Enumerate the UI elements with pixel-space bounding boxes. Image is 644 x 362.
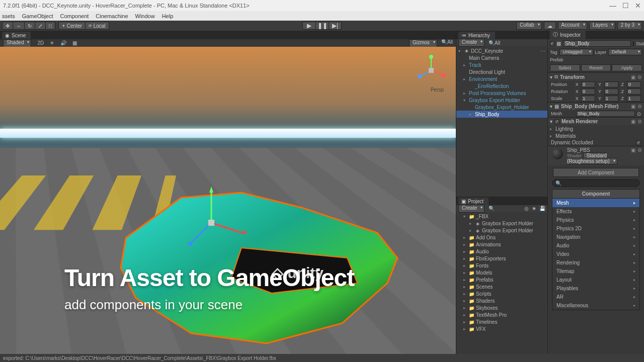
window-close-icon[interactable]: ✕ — [635, 2, 641, 10]
add-component-item[interactable]: Layout▸ — [552, 276, 639, 284]
add-component-item[interactable]: Physics▸ — [552, 216, 639, 224]
scene-search[interactable]: 🔍All — [441, 39, 453, 47]
prefab-apply-button[interactable]: Apply — [612, 64, 642, 71]
rot-z[interactable] — [627, 88, 641, 95]
add-component-item[interactable]: Audio▸ — [552, 241, 639, 250]
add-component-item[interactable]: Mesh▸ — [552, 199, 639, 207]
inspector-tab[interactable]: ⓘInspector — [550, 30, 586, 39]
step-button[interactable]: ▶| — [329, 22, 342, 30]
material-header[interactable]: Ship_PBS Shader Standard (Roughness setu… — [548, 146, 644, 165]
pos-z[interactable] — [627, 81, 641, 87]
gear-icon[interactable]: ⚙ — [637, 147, 642, 153]
add-component-item[interactable]: Video▸ — [552, 250, 639, 258]
hierarchy-tab[interactable]: ≔Hierarchy — [458, 32, 495, 39]
window-minimize-icon[interactable]: — — [609, 2, 616, 10]
project-item[interactable]: ▸📁Shaders — [456, 298, 547, 305]
scl-x[interactable] — [581, 96, 595, 102]
project-item[interactable]: ▸📁Models — [456, 269, 547, 277]
add-component-item[interactable]: Playables▸ — [552, 284, 639, 293]
hierarchy-item[interactable]: _EnvReflection — [456, 82, 547, 89]
add-component-item[interactable]: Navigation▸ — [552, 233, 639, 241]
add-component-search-input[interactable] — [564, 180, 636, 186]
project-save-icon[interactable]: 💾 — [539, 206, 545, 211]
add-component-search[interactable]: 🔍 — [552, 179, 640, 187]
hierarchy-item[interactable]: ▸Ship_Body — [456, 111, 547, 118]
hierarchy-scene-root[interactable]: ▾◈DCC_Keynote⋯ — [456, 47, 547, 54]
gizmos-dropdown[interactable]: Gizmos — [409, 39, 437, 47]
meshrenderer-component-header[interactable]: ▾ ✓ Mesh Renderer ▣ ⚙ — [548, 117, 644, 125]
rotate-tool[interactable]: ↻ — [24, 22, 35, 30]
layout-dropdown[interactable]: 2 by 3 — [617, 22, 642, 30]
cloud-icon[interactable]: ☁ — [544, 22, 556, 30]
project-item[interactable]: ▸📁Scenes — [456, 284, 547, 291]
window-maximize-icon[interactable]: ☐ — [622, 2, 629, 10]
project-item[interactable]: ▸📁TextMesh Pro — [456, 312, 547, 319]
project-item[interactable]: ▸◈Graybox Export Holder — [456, 220, 547, 227]
gear-icon[interactable]: ⚙ — [637, 104, 642, 109]
help-icon[interactable]: ▣ — [631, 147, 635, 153]
hierarchy-item[interactable]: ▸Post Processing Volumes — [456, 89, 547, 97]
scene-fx-icon[interactable]: ▦ — [72, 40, 77, 46]
project-item[interactable]: ▸📁Timelines — [456, 319, 547, 326]
pivot-local[interactable]: ⟳ Local — [85, 22, 109, 30]
project-create[interactable]: Create — [458, 205, 485, 213]
tag-dropdown[interactable]: Untagged — [559, 49, 593, 55]
scene-tab[interactable]: ◉Scene — [2, 32, 31, 39]
project-item[interactable]: ▸📁Prefabs — [456, 277, 547, 284]
menu-window[interactable]: Window — [135, 13, 155, 19]
transform-component-header[interactable]: ▾ ⧉ Transform ▣ ⚙ — [548, 72, 644, 81]
object-picker-icon[interactable]: ⊙ — [637, 111, 641, 117]
hierarchy-item[interactable]: Main Camera — [456, 54, 547, 61]
move-tool[interactable]: ↔ — [13, 22, 24, 30]
meshfilter-mesh-field[interactable] — [576, 111, 635, 117]
collab-dropdown[interactable]: Collab — [516, 22, 541, 30]
hierarchy-search[interactable]: 🔍All — [489, 40, 500, 46]
pivot-center[interactable]: ✦ Center — [58, 22, 85, 30]
project-item[interactable]: ▸◈Graybox Export Holder — [456, 227, 547, 234]
project-item[interactable]: ▸📁Add Ons — [456, 234, 547, 241]
persp-label[interactable]: Persp — [431, 87, 444, 93]
hand-tool[interactable]: ✥ — [2, 22, 13, 30]
help-icon[interactable]: ▣ — [631, 74, 635, 80]
add-component-item[interactable]: Miscellaneous▸ — [552, 301, 639, 310]
rot-x[interactable] — [581, 88, 595, 95]
shading-dropdown[interactable]: Shaded — [3, 39, 31, 47]
pos-y[interactable] — [604, 81, 618, 87]
project-filter-icon[interactable]: ◎ — [524, 206, 529, 211]
pos-x[interactable] — [581, 81, 595, 87]
gear-icon[interactable]: ⚙ — [637, 74, 642, 80]
account-dropdown[interactable]: Account — [558, 22, 587, 30]
scene-viewport[interactable]: ◇ unity Persp — [0, 47, 456, 362]
prefab-select-button[interactable]: Select — [550, 64, 580, 71]
hierarchy-create[interactable]: Create — [458, 39, 485, 47]
gameobject-name-field[interactable] — [563, 40, 631, 47]
hierarchy-item[interactable]: ▸Track — [456, 61, 547, 68]
menu-cinemachine[interactable]: Cinemachine — [96, 13, 128, 19]
layers-dropdown[interactable]: Layers — [589, 22, 615, 30]
hierarchy-item[interactable]: Graybox_Export_Holder — [456, 104, 547, 111]
ship-mesh[interactable]: ◇ unity — [116, 177, 408, 348]
lighting-foldout[interactable]: ▸Lighting — [548, 125, 644, 132]
project-item[interactable]: ▸📁Scripts — [456, 291, 547, 298]
hierarchy-item[interactable]: Directional Light — [456, 68, 547, 75]
static-toggle[interactable] — [633, 41, 634, 46]
scl-z[interactable] — [627, 96, 641, 102]
prefab-revert-button[interactable]: Revert — [581, 64, 611, 71]
menu-gameobject[interactable]: GameObject — [22, 13, 53, 19]
help-icon[interactable]: ▣ — [631, 119, 635, 124]
hierarchy-item[interactable]: ▾Graybox Export Holder — [456, 97, 547, 104]
project-star-icon[interactable]: ★ — [532, 206, 536, 211]
project-tab[interactable]: ▣Project — [458, 198, 489, 205]
rot-y[interactable] — [604, 88, 618, 95]
project-item[interactable]: ▸📁Audio — [456, 248, 547, 255]
meshrenderer-enabled-toggle[interactable]: ✓ — [554, 119, 559, 124]
play-button[interactable]: ▶ — [302, 22, 315, 30]
hierarchy-item[interactable]: ▸Environment — [456, 75, 547, 82]
add-component-item[interactable]: Effects▸ — [552, 207, 639, 216]
scene-audio-icon[interactable]: 🔊 — [60, 40, 66, 46]
pause-button[interactable]: ❚❚ — [315, 22, 329, 30]
menu-help[interactable]: Help — [162, 13, 174, 19]
project-item[interactable]: ▸📁Animations — [456, 241, 547, 248]
scale-tool[interactable]: ⤢ — [35, 22, 45, 30]
layer-dropdown[interactable]: Default — [608, 49, 642, 55]
